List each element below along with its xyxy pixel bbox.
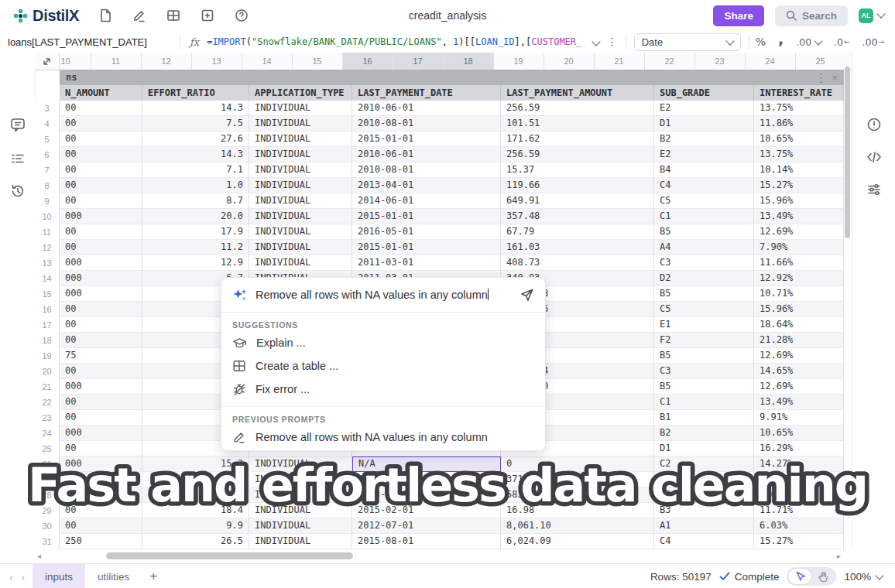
cell-amount[interactable]: 75 xyxy=(60,348,142,364)
row-number[interactable]: 26 xyxy=(35,456,60,472)
row-number[interactable]: 28 xyxy=(35,487,60,503)
cell-payment[interactable]: 161.03 xyxy=(501,240,654,255)
cell-date[interactable]: 2014-06-01 xyxy=(352,193,501,209)
column-header-14[interactable]: 14 xyxy=(242,53,292,70)
search-button[interactable]: Search xyxy=(775,5,848,26)
code-editor-icon[interactable] xyxy=(865,149,883,166)
cell-amount[interactable]: 000 xyxy=(60,255,142,271)
cell-date[interactable]: 2016-05-01 xyxy=(352,224,501,240)
cell-app[interactable]: INDIVIDUAL xyxy=(249,209,352,224)
cell-rate[interactable]: 10.14% xyxy=(754,162,844,178)
cell-grade[interactable]: A2 xyxy=(654,487,754,503)
cell-payment[interactable]: 408.73 xyxy=(501,255,654,271)
row-number[interactable]: 16 xyxy=(35,302,60,317)
cell-grade[interactable]: B2 xyxy=(654,132,754,147)
cell-app[interactable]: INDIVIDUAL xyxy=(249,224,352,240)
cell-rate[interactable]: 21.28% xyxy=(754,333,844,348)
cell-date[interactable]: 2015-01-01 xyxy=(352,132,501,147)
cell-payment[interactable]: 67.79 xyxy=(501,224,654,240)
cell-app[interactable]: INDIVIDUAL xyxy=(249,518,352,534)
cell-payment[interactable]: 649.91 xyxy=(501,193,654,209)
cell-payment[interactable]: 171.62 xyxy=(501,132,654,147)
cell-app[interactable]: INDIVIDUAL xyxy=(249,178,352,193)
cell-app[interactable]: INDIVIDUAL xyxy=(249,472,352,487)
select-cursor-mode[interactable] xyxy=(788,569,811,584)
cell-grade[interactable]: B2 xyxy=(654,426,754,441)
row-number[interactable]: 22 xyxy=(35,395,60,410)
cell-date[interactable]: 2011-03-01 xyxy=(352,255,501,271)
cell-rate[interactable]: 10.65% xyxy=(754,426,844,441)
cell-grade[interactable]: B5 xyxy=(654,379,754,395)
cell-amount[interactable]: 00 xyxy=(60,441,142,456)
formula-chevron-down-icon[interactable] xyxy=(592,37,600,46)
cell-grade[interactable]: B5 xyxy=(654,286,754,302)
cell-rate[interactable]: 15.27% xyxy=(754,178,844,193)
cell-effort[interactable]: 17.9 xyxy=(142,224,249,240)
cell-app[interactable]: INDIVIDUAL xyxy=(249,132,352,147)
cell-rate[interactable]: 13.75% xyxy=(754,101,844,116)
cell-app[interactable]: INDIVIDUAL xyxy=(249,101,352,116)
sheet-tab-utilities[interactable]: utilities xyxy=(85,564,142,588)
row-number[interactable]: 31 xyxy=(35,534,60,549)
cell-grade[interactable]: B4 xyxy=(654,162,754,178)
cell-amount[interactable]: 00 xyxy=(60,162,142,178)
cell-rate[interactable]: 11.71% xyxy=(754,503,844,518)
row-number[interactable]: 25 xyxy=(35,441,60,456)
cell-grade[interactable]: C2 xyxy=(654,456,754,472)
history-icon[interactable] xyxy=(9,183,26,200)
column-header-15[interactable]: 15 xyxy=(292,53,342,70)
cell-amount[interactable]: 00 xyxy=(60,178,142,193)
table-column-header-N_AMOUNT[interactable]: N_AMOUNT xyxy=(60,85,142,101)
cell-amount[interactable]: 000 xyxy=(60,379,142,395)
row-number[interactable]: 19 xyxy=(35,348,60,364)
cell-grade[interactable]: C5 xyxy=(654,193,754,209)
cell-amount[interactable]: 00 xyxy=(60,503,142,518)
cell-date[interactable]: 2015-01-01 xyxy=(352,240,501,255)
cell-amount[interactable]: 00 xyxy=(60,333,142,348)
cell-effort[interactable]: 12.9 xyxy=(142,255,249,271)
cell-app[interactable]: INDIVIDUAL xyxy=(249,255,352,271)
cell-rate[interactable]: 15.96% xyxy=(754,302,844,317)
table-column-header-LAST_PAYMENT_DATE[interactable]: LAST_PAYMENT_DATE xyxy=(352,85,501,101)
cell-effort[interactable]: 9.8 xyxy=(142,472,249,487)
cell-rate[interactable]: 6.03% xyxy=(754,487,844,503)
cell-grade[interactable]: A1 xyxy=(654,518,754,534)
cell-app[interactable]: INDIVIDUAL xyxy=(249,487,352,503)
column-header-23[interactable]: 23 xyxy=(694,53,745,70)
cell-grade[interactable]: E2 xyxy=(654,101,754,116)
table-icon[interactable] xyxy=(166,9,180,22)
row-number[interactable]: 8 xyxy=(35,178,60,193)
column-header-22[interactable]: 22 xyxy=(644,53,694,70)
cell-date[interactable]: 2010-06-01 xyxy=(352,147,501,162)
cell-type-select[interactable]: Date xyxy=(634,33,741,51)
cell-date[interactable]: 2012-07-01 xyxy=(352,518,501,534)
comments-icon[interactable] xyxy=(9,116,26,133)
ai-prompt-input[interactable]: Remove all rows with NA values in any co… xyxy=(255,289,511,301)
cell-amount[interactable]: 00 xyxy=(60,132,142,147)
table-menu-kebab-icon[interactable]: ⋮ xyxy=(814,70,827,85)
list-icon[interactable] xyxy=(9,150,26,167)
decrease-decimals-icon[interactable]: .0← xyxy=(834,36,849,48)
cell-payment[interactable]: 6,024.09 xyxy=(501,534,654,549)
cell-app[interactable]: INDIVIDUAL xyxy=(249,193,352,209)
cell-date[interactable]: 2013-04-01 xyxy=(352,487,501,503)
horizontal-scrollbar[interactable] xyxy=(106,552,353,559)
row-number[interactable]: 23 xyxy=(35,410,60,426)
column-header-13[interactable]: 13 xyxy=(191,53,242,70)
cell-rate[interactable]: 16.29% xyxy=(754,441,844,456)
cell-app[interactable]: INDIVIDUAL xyxy=(249,147,352,162)
avatar[interactable]: AL xyxy=(859,9,873,23)
row-number[interactable]: 27 xyxy=(35,472,60,487)
cell-effort[interactable]: 1.0 xyxy=(142,178,249,193)
cell-date[interactable]: 2010-07-01 xyxy=(352,472,501,487)
cell-grade[interactable]: B5 xyxy=(654,224,754,240)
insert-icon[interactable] xyxy=(201,9,214,22)
cell-payment[interactable]: 15.37 xyxy=(501,162,654,178)
cell-app[interactable]: INDIVIDUAL xyxy=(249,534,352,549)
cell-date[interactable]: 2010-08-01 xyxy=(352,116,501,132)
cell-grade[interactable]: C3 xyxy=(654,255,754,271)
cell-grade[interactable]: D1 xyxy=(654,116,754,132)
cell-rate[interactable]: 11.66% xyxy=(754,255,844,271)
validation-warning-icon[interactable] xyxy=(866,116,883,133)
cell-rate[interactable]: 6.03% xyxy=(754,518,844,534)
